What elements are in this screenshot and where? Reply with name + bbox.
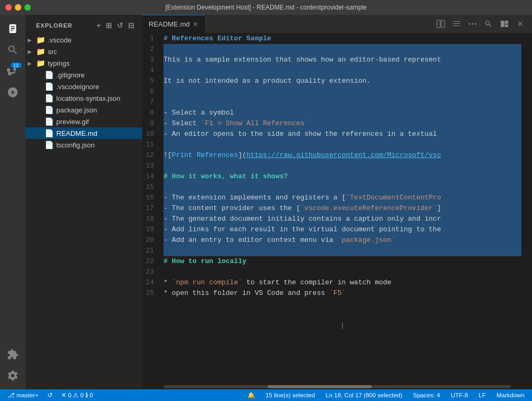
errors-indicator[interactable]: ✕ 0 ⚠ 0 ℹ 0 xyxy=(59,389,95,401)
file-icon: 📄 xyxy=(45,141,54,149)
debug-activity-icon[interactable] xyxy=(3,83,22,102)
tab-readme[interactable]: README.md ✕ xyxy=(142,15,205,33)
search-activity-icon[interactable] xyxy=(3,40,22,59)
maximize-button[interactable] xyxy=(24,4,31,11)
more-actions-icon[interactable] xyxy=(465,16,480,31)
tree-item-vscode[interactable]: ▶ 📁 .vscode xyxy=(25,34,142,46)
line-ending-indicator[interactable]: LF xyxy=(477,389,488,401)
window-title: [Extension Development Host] - README.md… xyxy=(165,4,366,11)
main-layout: 12 Explorer + ⊞ ↺ ⊟ ▶ xyxy=(0,15,532,389)
code-line-3: This is a sample extension that shows ho… xyxy=(164,55,521,65)
sidebar-title: Explorer xyxy=(36,22,73,29)
code-line-20: - Add an entry to editor context menu vi… xyxy=(164,235,521,246)
refresh-icon[interactable]: ↺ xyxy=(116,20,125,31)
code-line-10: - An editor opens to the side and show t… xyxy=(164,129,521,140)
file-tree: ▶ 📁 .vscode ▶ 📁 src ▶ 📁 typings ▶ 📄 .git… xyxy=(25,34,142,389)
code-line-6 xyxy=(164,86,521,97)
git-branch-icon: ⎇ xyxy=(7,391,15,399)
encoding-indicator[interactable]: UTF-8 xyxy=(449,389,470,401)
minimize-button[interactable] xyxy=(15,4,21,11)
split-editor-icon[interactable] xyxy=(433,16,448,31)
selection-info[interactable]: 15 line(s) selected xyxy=(263,389,317,401)
close-editor-icon[interactable]: ✕ xyxy=(513,16,528,31)
line-num-25: 25 xyxy=(142,288,158,299)
bell-icon: 🔔 xyxy=(247,391,255,399)
line-num-17: 17 xyxy=(142,203,158,214)
line-22-text: # How to run locally xyxy=(164,256,246,267)
sync-button[interactable]: ↺ xyxy=(45,389,55,401)
search-editor-icon[interactable] xyxy=(481,16,496,31)
tree-item-gitignore[interactable]: ▶ 📄 .gitignore xyxy=(25,69,142,81)
scrollbar-track[interactable] xyxy=(164,385,511,388)
line-num-4: 4 xyxy=(142,65,158,76)
line-num-8: 8 xyxy=(142,108,158,118)
tab-close-icon[interactable]: ✕ xyxy=(193,21,198,28)
line-14-text: # How it works, what it shows? xyxy=(164,171,288,182)
new-folder-icon[interactable]: ⊞ xyxy=(105,20,114,31)
line-num-23: 23 xyxy=(142,267,158,277)
tree-item-preview-gif[interactable]: ▶ 📄 preview.gif xyxy=(25,116,142,127)
line-num-21: 21 xyxy=(142,246,158,256)
close-button[interactable] xyxy=(5,4,12,11)
editor-area: README.md ✕ ✕ xyxy=(142,15,532,389)
editor-empty-space: | xyxy=(164,299,521,341)
position-text: Ln 18, Col 17 (800 selected) xyxy=(325,392,402,398)
status-bar: ⎇ master+ ↺ ✕ 0 ⚠ 0 ℹ 0 🔔 15 line(s) sel… xyxy=(0,389,532,401)
status-left: ⎇ master+ ↺ ✕ 0 ⚠ 0 ℹ 0 xyxy=(0,389,100,401)
code-line-4 xyxy=(164,65,521,76)
code-line-8: - Select a symbol xyxy=(164,108,521,118)
code-line-14: # How it works, what it shows? xyxy=(164,171,521,182)
line-num-1: 1 xyxy=(142,33,158,44)
branch-indicator[interactable]: ⎇ master+ xyxy=(5,389,41,401)
line-num-5: 5 xyxy=(142,76,158,86)
folder-icon: 📁 xyxy=(36,59,45,67)
settings-activity-icon[interactable] xyxy=(3,366,22,385)
layout-icon[interactable] xyxy=(497,16,512,31)
line-17-text: - The content provider uses the [`vscode… xyxy=(164,203,441,214)
line-num-15: 15 xyxy=(142,182,158,193)
tree-item-label: .vscode xyxy=(48,36,72,44)
code-line-19: - Add links for each result in the virtu… xyxy=(164,224,521,235)
svg-rect-1 xyxy=(441,20,444,28)
tree-item-label: .vscodeignore xyxy=(56,83,99,91)
new-file-icon[interactable]: + xyxy=(96,20,102,31)
files-activity-icon[interactable] xyxy=(3,19,22,38)
open-changes-icon[interactable] xyxy=(449,16,464,31)
file-icon: 📄 xyxy=(45,94,54,102)
tree-item-vscodeignore[interactable]: ▶ 📄 .vscodeignore xyxy=(25,81,142,92)
tree-item-label: README.md xyxy=(56,129,97,137)
tree-item-src[interactable]: ▶ 📁 src xyxy=(25,46,142,57)
code-line-1: # References Editor Sample xyxy=(164,33,521,44)
encoding-text: UTF-8 xyxy=(451,392,468,398)
line-num-13: 13 xyxy=(142,161,158,171)
scrollbar-thumb[interactable] xyxy=(268,385,372,388)
tree-item-locations-syntax[interactable]: ▶ 📄 locations-syntax.json xyxy=(25,92,142,104)
cursor-position[interactable]: Ln 18, Col 17 (800 selected) xyxy=(323,389,404,401)
svg-rect-0 xyxy=(437,20,440,28)
sidebar-header: Explorer + ⊞ ↺ ⊟ xyxy=(25,15,142,34)
horizontal-scrollbar[interactable] xyxy=(142,384,532,389)
tree-item-label: tsconfig.json xyxy=(56,141,95,149)
tree-item-readme[interactable]: ▶ 📄 README.md xyxy=(25,127,142,139)
arrow-icon: ▶ xyxy=(28,37,34,43)
collapse-icon[interactable]: ⊟ xyxy=(127,20,136,31)
line-5-text: It is not intended as a product quality … xyxy=(164,76,371,86)
tree-item-label: package.json xyxy=(56,106,97,114)
tree-item-tsconfig[interactable]: ▶ 📄 tsconfig.json xyxy=(25,139,142,151)
indentation-indicator[interactable]: Spaces: 4 xyxy=(411,389,442,401)
line-20-text: - Add an entry to editor context menu vi… xyxy=(164,235,396,246)
code-lines[interactable]: # References Editor Sample This is a sam… xyxy=(164,33,532,384)
line-ending-text: LF xyxy=(479,392,486,398)
notification-bell[interactable]: 🔔 xyxy=(245,389,257,401)
code-editor[interactable]: 1 2 3 4 5 6 7 8 9 10 11 12 13 14 15 16 1… xyxy=(142,33,532,384)
line-num-12: 12 xyxy=(142,150,158,161)
extensions-activity-icon[interactable] xyxy=(3,345,22,364)
svg-point-2 xyxy=(469,23,470,25)
line-num-18: 18 xyxy=(142,214,158,224)
git-activity-icon[interactable]: 12 xyxy=(3,62,22,81)
language-indicator[interactable]: Markdown xyxy=(494,389,527,401)
tree-item-typings[interactable]: ▶ 📁 typings xyxy=(25,57,142,69)
file-icon: 📄 xyxy=(45,129,54,137)
tab-toolbar: ✕ xyxy=(433,16,532,31)
tree-item-package-json[interactable]: ▶ 📄 package.json xyxy=(25,104,142,116)
